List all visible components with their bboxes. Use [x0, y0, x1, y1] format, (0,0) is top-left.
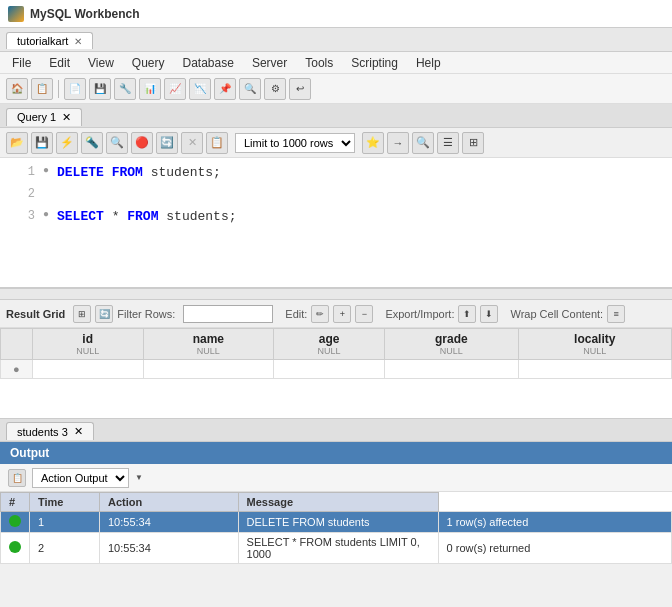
menu-edit[interactable]: Edit	[41, 54, 78, 72]
query-tab[interactable]: Query 1 ✕	[6, 108, 82, 126]
menu-scripting[interactable]: Scripting	[343, 54, 406, 72]
toolbar-btn-6[interactable]: 📊	[139, 78, 161, 100]
menu-bar: File Edit View Query Database Server Too…	[0, 52, 672, 74]
connection-tab-label: tutorialkart	[17, 35, 68, 47]
menu-database[interactable]: Database	[175, 54, 242, 72]
output-action-1: DELETE FROM students	[238, 512, 438, 533]
line-num-2: 2	[10, 187, 35, 201]
result-toolbar: Result Grid ⊞ 🔄 Filter Rows: Edit: ✏ + −…	[0, 300, 672, 328]
toolbar-btn-11[interactable]: ⚙	[264, 78, 286, 100]
row-marker-header	[1, 329, 33, 360]
toolbar-btn-9[interactable]: 📌	[214, 78, 236, 100]
search-btn[interactable]: 🔍	[106, 132, 128, 154]
query-tab-bar: Query 1 ✕	[0, 104, 672, 128]
editor-hscroll[interactable]	[0, 288, 672, 300]
query-tab-label: Query 1	[17, 111, 56, 123]
stop-btn[interactable]: 🔴	[131, 132, 153, 154]
open-sql-btn[interactable]: 📂	[6, 132, 28, 154]
filter-label: Filter Rows:	[117, 308, 175, 320]
menu-query[interactable]: Query	[124, 54, 173, 72]
result-grid: id NULL name NULL age NULL grade NULL lo…	[0, 328, 672, 418]
sql-editor[interactable]: 1 ● DELETE FROM students; 2 3 ● SELECT *…	[0, 158, 672, 288]
line-num-3: 3	[10, 209, 35, 223]
toolbar-btn-8[interactable]: 📉	[189, 78, 211, 100]
toolbar-btn-4[interactable]: 💾	[89, 78, 111, 100]
output-action-2: SELECT * FROM students LIMIT 0, 1000	[238, 533, 438, 564]
toolbar-arrow-btn[interactable]: →	[387, 132, 409, 154]
toolbar-btn-3[interactable]: 📄	[64, 78, 86, 100]
edit-icon-2[interactable]: +	[333, 305, 351, 323]
col-header-name: name NULL	[143, 329, 273, 360]
output-toolbar: 📋 Action Output ▼	[0, 464, 672, 492]
result-cell	[274, 360, 385, 379]
limit-select[interactable]: Limit to 1000 rows	[235, 133, 355, 153]
menu-help[interactable]: Help	[408, 54, 449, 72]
col-header-grade: grade NULL	[385, 329, 518, 360]
result-cell	[385, 360, 518, 379]
wrap-label: Wrap Cell Content:	[510, 308, 603, 320]
toolbar-btn-12[interactable]: ↩	[289, 78, 311, 100]
sql-line-3: 3 ● SELECT * FROM students;	[10, 208, 662, 230]
output-header-label: Output	[10, 446, 49, 460]
connection-tab-close[interactable]: ✕	[74, 36, 82, 47]
wrap-icon[interactable]: ≡	[607, 305, 625, 323]
output-message-2: 0 row(s) returned	[438, 533, 671, 564]
output-type-icon: 📋	[8, 469, 26, 487]
row-marker-cell: ●	[1, 360, 33, 379]
output-row-1[interactable]: 110:55:34DELETE FROM students1 row(s) af…	[1, 512, 672, 533]
output-time-2: 10:55:34	[100, 533, 239, 564]
output-row-2[interactable]: 210:55:34SELECT * FROM students LIMIT 0,…	[1, 533, 672, 564]
output-col-message: Message	[238, 493, 438, 512]
title-bar: MySQL Workbench	[0, 0, 672, 28]
export-label: Export/Import:	[385, 308, 454, 320]
result-cell	[32, 360, 143, 379]
explain-btn[interactable]: 📋	[206, 132, 228, 154]
new-connection-btn[interactable]: 🏠	[6, 78, 28, 100]
output-col-time: Time	[30, 493, 100, 512]
menu-tools[interactable]: Tools	[297, 54, 341, 72]
output-status-2	[1, 533, 30, 564]
bottom-tab-close[interactable]: ✕	[74, 425, 83, 438]
line-num-1: 1	[10, 165, 35, 179]
bottom-tab-bar: students 3 ✕	[0, 418, 672, 442]
menu-view[interactable]: View	[80, 54, 122, 72]
line-dot-1: ●	[43, 165, 49, 176]
line-dot-3: ●	[43, 209, 49, 220]
edit-label: Edit:	[285, 308, 307, 320]
reconnect-btn[interactable]: 🔄	[156, 132, 178, 154]
col-header-age: age NULL	[274, 329, 385, 360]
toolbar-btn-5[interactable]: 🔧	[114, 78, 136, 100]
toolbar-btn-2[interactable]: 📋	[31, 78, 53, 100]
toolbar-btn-10[interactable]: 🔍	[239, 78, 261, 100]
toolbar-btn-7[interactable]: 📈	[164, 78, 186, 100]
toolbar-star-btn[interactable]: ⭐	[362, 132, 384, 154]
menu-file[interactable]: File	[4, 54, 39, 72]
query-tab-close[interactable]: ✕	[62, 111, 71, 124]
main-toolbar: 🏠 📋 📄 💾 🔧 📊 📈 📉 📌 🔍 ⚙ ↩	[0, 74, 672, 104]
sep1	[58, 80, 59, 98]
toolbar-expand-btn[interactable]: ⊞	[462, 132, 484, 154]
edit-icon-3[interactable]: −	[355, 305, 373, 323]
result-cell	[143, 360, 273, 379]
menu-server[interactable]: Server	[244, 54, 295, 72]
run-selection-btn[interactable]: 🔦	[81, 132, 103, 154]
dropdown-arrow: ▼	[135, 473, 143, 482]
app-title: MySQL Workbench	[30, 7, 140, 21]
toolbar-search2-btn[interactable]: 🔍	[412, 132, 434, 154]
edit-icon-1[interactable]: ✏	[311, 305, 329, 323]
connection-tab[interactable]: tutorialkart ✕	[6, 32, 93, 49]
result-empty-row: ●	[1, 360, 672, 379]
output-type-select[interactable]: Action Output	[32, 468, 129, 488]
run-btn[interactable]: ⚡	[56, 132, 78, 154]
save-sql-btn[interactable]: 💾	[31, 132, 53, 154]
result-refresh-icon[interactable]: 🔄	[95, 305, 113, 323]
status-ok-icon-2	[9, 541, 21, 553]
bottom-tab-students[interactable]: students 3 ✕	[6, 422, 94, 440]
cancel-btn[interactable]: ✕	[181, 132, 203, 154]
output-panel-header: Output	[0, 442, 672, 464]
result-grid-icon[interactable]: ⊞	[73, 305, 91, 323]
filter-input[interactable]	[183, 305, 273, 323]
export-icon-2[interactable]: ⬇	[480, 305, 498, 323]
toolbar-format-btn[interactable]: ☰	[437, 132, 459, 154]
export-icon-1[interactable]: ⬆	[458, 305, 476, 323]
